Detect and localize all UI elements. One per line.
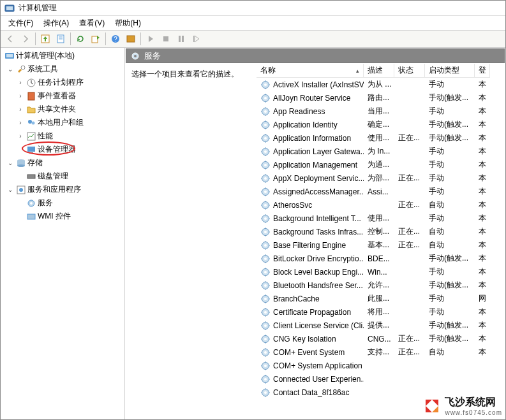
menu-view[interactable]: 查看(V)	[74, 17, 110, 30]
chevron-down-icon[interactable]: ⌄	[6, 185, 15, 194]
list-row[interactable]: Application Management为通...手动本	[257, 158, 505, 171]
list-pane[interactable]: 名称▴ 描述 状态 启动类型 登 ActiveX Installer (AxIn…	[256, 64, 505, 419]
tree-storage[interactable]: ⌄ 存储	[1, 156, 124, 170]
gear-icon	[260, 321, 271, 331]
back-button[interactable]	[3, 32, 17, 46]
cell-name: Background Intelligent T...	[257, 214, 364, 224]
tree-label: WMI 控件	[38, 211, 71, 222]
service-name: Connected User Experien...	[273, 375, 364, 384]
tree-performance[interactable]: › 性能	[1, 129, 124, 143]
computer-icon	[4, 51, 15, 61]
properties-button[interactable]	[54, 32, 68, 46]
service-name: Background Tasks Infras...	[273, 228, 363, 236]
cell-desc: 基本...	[364, 240, 394, 250]
list-row[interactable]: COM+ System Application	[257, 359, 505, 372]
chevron-right-icon[interactable]: ›	[16, 105, 25, 114]
restart-button[interactable]	[190, 32, 204, 46]
cell-status: 正在...	[394, 133, 425, 143]
tree-wmi-control[interactable]: WMI 控件	[1, 210, 124, 223]
tree-services[interactable]: 服务	[1, 196, 124, 210]
list-row[interactable]: Certificate Propagation将用...手动本	[257, 305, 505, 319]
description-hint: 选择一个项目来查看它的描述。	[131, 69, 239, 78]
tree-shared-folders[interactable]: › 共享文件夹	[1, 103, 124, 116]
list-row[interactable]: ActiveX Installer (AxInstSV)为从 ...手动本	[257, 78, 505, 91]
chevron-right-icon[interactable]: ›	[16, 92, 25, 101]
list-row[interactable]: Application Layer Gatewa...为 In...手动本	[257, 145, 505, 158]
chevron-right-icon[interactable]: ›	[16, 78, 25, 87]
list-row[interactable]: Contact Data_8f186ac	[257, 386, 505, 399]
tree-services-apps[interactable]: ⌄ 服务和应用程序	[1, 183, 124, 196]
up-button[interactable]	[38, 32, 52, 46]
col-logon[interactable]: 登	[475, 64, 490, 78]
cell-name: CNG Key Isolation	[257, 334, 364, 344]
list-row[interactable]: Background Tasks Infras...控制...正在...自动本	[257, 225, 505, 238]
play-button[interactable]	[144, 32, 158, 46]
list-row[interactable]: CNG Key IsolationCNG...正在...手动(触发...本	[257, 332, 505, 345]
svg-rect-32	[27, 214, 35, 219]
list-row[interactable]: Background Intelligent T...使用...手动本	[257, 212, 505, 225]
service-name: Application Identity	[273, 120, 338, 129]
list-row[interactable]: Application Identity确定...手动(触发...本	[257, 118, 505, 131]
chevron-right-icon[interactable]: ›	[16, 132, 25, 141]
svg-text:?: ?	[114, 36, 117, 43]
cell-startup: 手动	[425, 266, 475, 277]
gear-icon	[260, 160, 271, 170]
tree-label: 磁盘管理	[38, 171, 68, 182]
cell-logon: 本	[475, 173, 490, 184]
gear-icon	[260, 347, 271, 358]
tree-local-users[interactable]: › 本地用户和组	[1, 116, 124, 129]
service-name: AppX Deployment Servic...	[273, 174, 364, 183]
svg-point-29	[19, 188, 23, 192]
tree-root[interactable]: 计算机管理(本地)	[1, 49, 124, 62]
cell-status: 正在...	[394, 173, 425, 184]
list-row[interactable]: Block Level Backup Engi...Win...手动本	[257, 265, 505, 279]
refresh-button[interactable]	[73, 32, 87, 46]
list-row[interactable]: COM+ Event System支持...正在...自动本	[257, 345, 505, 359]
cell-name: Application Layer Gatewa...	[257, 147, 364, 157]
panel-header: 服务	[126, 48, 505, 63]
pause-button[interactable]	[174, 32, 188, 46]
tree-task-scheduler[interactable]: › 任务计划程序	[1, 76, 124, 89]
chevron-down-icon[interactable]: ⌄	[6, 159, 15, 168]
tree-system-tools[interactable]: ⌄ 系统工具	[1, 62, 124, 76]
list-row[interactable]: Connected User Experien...	[257, 372, 505, 386]
forward-button[interactable]	[19, 32, 33, 46]
tree-disk-management[interactable]: 磁盘管理	[1, 170, 124, 183]
menu-action[interactable]: 操作(A)	[38, 17, 74, 30]
export-button[interactable]	[89, 32, 103, 46]
cell-startup: 手动(触发...	[425, 119, 475, 130]
tree-device-manager[interactable]: 设备管理器	[1, 143, 124, 156]
stop-button[interactable]	[159, 32, 173, 46]
menu-file[interactable]: 文件(F)	[3, 17, 38, 30]
cell-desc: 当用...	[364, 106, 394, 117]
chevron-right-icon[interactable]: ›	[16, 119, 25, 127]
list-row[interactable]: Application Information使用...正在...手动(触发..…	[257, 131, 505, 145]
console-button[interactable]	[124, 32, 138, 46]
menu-help[interactable]: 帮助(H)	[110, 17, 146, 30]
list-row[interactable]: Base Filtering Engine基本...正在...自动本	[257, 238, 505, 252]
list-row[interactable]: AssignedAccessManager...Assi...手动本	[257, 185, 505, 198]
col-name[interactable]: 名称▴	[257, 64, 364, 78]
cell-startup: 手动	[425, 159, 475, 170]
cell-startup: 手动	[425, 307, 475, 317]
tree-event-viewer[interactable]: › 事件查看器	[1, 89, 124, 103]
list-row[interactable]: BranchCache此服...手动网	[257, 292, 505, 305]
tree-panel[interactable]: 计算机管理(本地) ⌄ 系统工具 › 任务计划程序 › 事件查看器 › 共享文件…	[1, 48, 125, 419]
col-desc[interactable]: 描述	[364, 64, 394, 78]
list-row[interactable]: AppX Deployment Servic...为部...正在...手动本	[257, 171, 505, 185]
list-body[interactable]: ActiveX Installer (AxInstSV)为从 ...手动本All…	[257, 78, 505, 419]
list-row[interactable]: Client License Service (Cli...提供...手动(触发…	[257, 319, 505, 332]
chevron-down-icon[interactable]: ⌄	[6, 65, 15, 74]
svg-point-66	[264, 150, 267, 153]
list-row[interactable]: Bluetooth Handsfree Ser...允许...手动(触发...本	[257, 279, 505, 292]
list-row[interactable]: App Readiness当用...手动本	[257, 105, 505, 118]
panel-title: 服务	[144, 50, 161, 62]
sort-indicator-icon: ▴	[356, 68, 359, 74]
col-startup[interactable]: 启动类型	[425, 64, 475, 78]
col-status[interactable]: 状态	[394, 64, 425, 78]
list-row[interactable]: AtherosSvc正在...自动本	[257, 198, 505, 212]
col-label: 启动类型	[429, 65, 459, 76]
list-row[interactable]: BitLocker Drive Encryptio...BDE...手动(触发.…	[257, 252, 505, 265]
help-button[interactable]: ?	[108, 32, 123, 46]
list-row[interactable]: AllJoyn Router Service路由...手动(触发...本	[257, 91, 505, 105]
